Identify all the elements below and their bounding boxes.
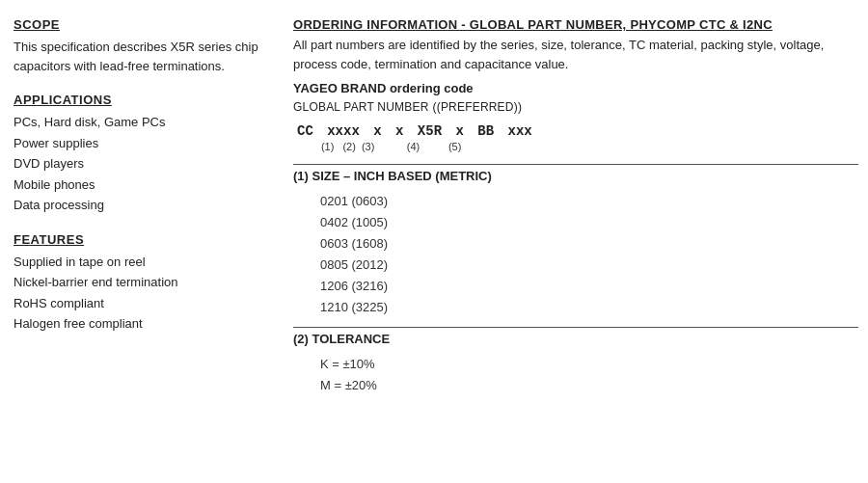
right-column: ORDERING INFORMATION - GLOBAL PART NUMBE… bbox=[284, 17, 858, 473]
scope-body: This specification describes X5R series … bbox=[14, 38, 264, 75]
part-seg-xxxx: xxxx bbox=[319, 123, 360, 139]
size-row-0: 0201 (0603) bbox=[320, 191, 858, 212]
part-seg-bb: BB bbox=[470, 123, 494, 139]
size-rows: 0201 (0603) 0402 (1005) 0603 (1608) 0805… bbox=[293, 191, 858, 319]
page-wrapper: SCOPE This specification describes X5R s… bbox=[0, 0, 868, 483]
applications-body: PCs, Hard disk, Game PCs Power supplies … bbox=[14, 113, 264, 215]
scope-text: This specification describes X5R series … bbox=[14, 38, 264, 75]
feature-item-0: Supplied in tape on reel bbox=[14, 253, 264, 272]
gpn-label: GLOBAL PART NUMBER ((PREFERRED)) bbox=[293, 99, 858, 114]
size-row-4: 1206 (3216) bbox=[320, 276, 858, 297]
label-1: (1) bbox=[318, 141, 335, 152]
part-seg-x3: x bbox=[448, 123, 464, 139]
size-row-3: 0805 (2012) bbox=[320, 255, 858, 276]
part-seg-cc: CC bbox=[297, 123, 313, 139]
size-row-5: 1210 (3225) bbox=[320, 297, 858, 318]
gpn-label-note: ((PREFERRED)) bbox=[432, 100, 522, 114]
part-seg-x2: x bbox=[388, 123, 404, 139]
tolerance-rows: K = ±10% M = ±20% bbox=[293, 354, 858, 396]
features-title: FEATURES bbox=[14, 232, 264, 247]
gpn-label-main: GLOBAL PART NUMBER bbox=[293, 100, 429, 114]
scope-title: SCOPE bbox=[14, 17, 264, 32]
tolerance-header: (2) TOLERANCE bbox=[293, 332, 858, 348]
label-2: (2) bbox=[339, 141, 356, 152]
tolerance-row-0: K = ±10% bbox=[320, 354, 858, 375]
label-3: (3) bbox=[362, 141, 374, 152]
features-body: Supplied in tape on reel Nickel-barrier … bbox=[14, 253, 264, 334]
tolerance-section: (2) TOLERANCE K = ±10% M = ±20% bbox=[293, 327, 858, 396]
label-5: (5) bbox=[448, 141, 461, 152]
feature-item-1: Nickel-barrier end termination bbox=[14, 273, 264, 292]
app-item-4: Data processing bbox=[14, 196, 264, 215]
size-section: (1) SIZE – INCH BASED (METRIC) 0201 (060… bbox=[293, 164, 858, 319]
feature-item-2: RoHS compliant bbox=[14, 294, 264, 313]
feature-item-3: Halogen free compliant bbox=[14, 314, 264, 334]
brand-label-text: YAGEO BRAND ordering code bbox=[293, 81, 474, 95]
part-seg-x1: x bbox=[366, 123, 382, 139]
part-number-area: CC xxxx x x X5R x BB xxx CC (1) (2) (3) … bbox=[293, 123, 858, 152]
brand-label: YAGEO BRAND ordering code bbox=[293, 81, 858, 95]
ordering-info-title: ORDERING INFORMATION - GLOBAL PART NUMBE… bbox=[293, 17, 858, 32]
part-seg-xxx: xxx bbox=[500, 123, 532, 139]
app-item-0: PCs, Hard disk, Game PCs bbox=[14, 113, 264, 132]
size-row-1: 0402 (1005) bbox=[320, 212, 858, 233]
app-item-3: Mobile phones bbox=[14, 175, 264, 195]
size-row-2: 0603 (1608) bbox=[320, 233, 858, 255]
applications-title: APPLICATIONS bbox=[14, 93, 264, 107]
ordering-subtitle: All part numbers are identified by the s… bbox=[293, 36, 858, 73]
size-header: (1) SIZE – INCH BASED (METRIC) bbox=[293, 169, 858, 185]
left-column: SCOPE This specification describes X5R s… bbox=[14, 17, 284, 473]
part-code-row: CC xxxx x x X5R x BB xxx bbox=[293, 123, 858, 139]
app-item-2: DVD players bbox=[14, 154, 264, 174]
part-labels-row: CC (1) (2) (3) X5R (4) BB (5) bbox=[293, 141, 858, 152]
label-4: (4) bbox=[407, 141, 420, 152]
tolerance-row-1: M = ±20% bbox=[320, 375, 858, 396]
part-seg-x5r: X5R bbox=[409, 123, 442, 139]
app-item-1: Power supplies bbox=[14, 134, 264, 153]
